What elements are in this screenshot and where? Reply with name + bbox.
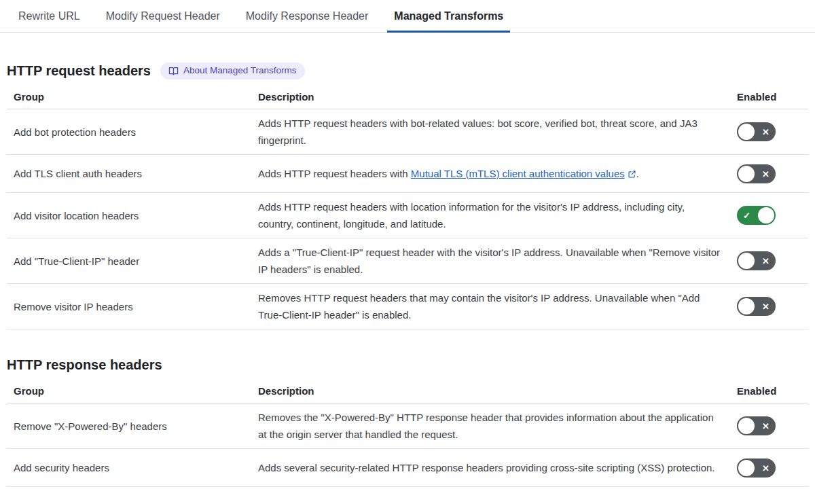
enabled-cell: ✕ — [730, 411, 808, 441]
description-cell: Adds a "True-Client-IP" request header w… — [251, 238, 730, 283]
enabled-toggle[interactable]: ✕ — [737, 458, 776, 478]
description-cell: Removes the "X-Powered-By" HTTP response… — [251, 403, 730, 448]
group-cell: Add "True-Client-IP" header — [7, 247, 251, 275]
cross-icon: ✕ — [762, 257, 769, 266]
enabled-cell: ✓ — [730, 200, 808, 230]
enabled-toggle[interactable]: ✕ — [737, 251, 776, 270]
enabled-toggle[interactable]: ✕ — [737, 164, 776, 183]
cross-icon: ✕ — [762, 169, 769, 178]
badge-label: About Managed Transforms — [183, 66, 297, 75]
response-headers-table: Group Description Enabled Remove "X-Powe… — [7, 384, 808, 487]
cross-icon: ✕ — [762, 128, 769, 137]
request-headers-section: HTTP request headers About Managed Trans… — [7, 61, 808, 329]
group-cell: Remove "X-Powered-By" headers — [7, 412, 251, 440]
response-section-header: HTTP response headers — [7, 355, 808, 374]
enabled-cell: ✕ — [730, 117, 808, 147]
group-cell: Add security headers — [7, 454, 251, 482]
enabled-toggle[interactable]: ✕ — [737, 297, 776, 316]
tab-modify-request-header[interactable]: Modify Request Header — [99, 0, 227, 32]
table-row: Add TLS client auth headers Adds HTTP re… — [7, 155, 808, 193]
enabled-toggle[interactable]: ✕ — [737, 416, 776, 435]
table-row: Add "True-Client-IP" header Adds a "True… — [7, 238, 808, 284]
table-row: Add bot protection headers Adds HTTP req… — [7, 109, 808, 155]
book-icon — [168, 66, 179, 76]
response-headers-section: HTTP response headers Group Description … — [7, 355, 808, 487]
description-cell: Removes HTTP request headers that may co… — [251, 284, 730, 329]
request-section-header: HTTP request headers About Managed Trans… — [7, 61, 808, 80]
table-header-row: Group Description Enabled — [7, 90, 808, 109]
enabled-cell: ✕ — [730, 291, 808, 321]
toggle-thumb — [738, 298, 755, 314]
column-header-group: Group — [7, 385, 251, 397]
description-link[interactable]: Mutual TLS (mTLS) client authentication … — [411, 168, 636, 179]
cross-icon: ✕ — [762, 302, 769, 311]
section-title-response: HTTP response headers — [7, 355, 162, 374]
enabled-cell: ✕ — [730, 246, 808, 276]
toggle-thumb — [738, 460, 755, 476]
check-icon: ✓ — [743, 211, 750, 220]
about-managed-transforms-link[interactable]: About Managed Transforms — [160, 62, 305, 79]
table-row: Add visitor location headers Adds HTTP r… — [7, 193, 808, 238]
table-header-row: Group Description Enabled — [7, 384, 808, 403]
column-header-enabled: Enabled — [730, 385, 808, 397]
toggle-thumb — [758, 207, 774, 223]
toggle-thumb — [738, 418, 755, 434]
description-cell: Adds HTTP request headers with location … — [251, 193, 730, 238]
enabled-toggle[interactable]: ✕ — [737, 122, 776, 141]
enabled-toggle[interactable]: ✓ — [737, 206, 776, 225]
external-link-icon — [628, 170, 636, 179]
group-cell: Add TLS client auth headers — [7, 160, 251, 187]
description-cell: Adds several security-related HTTP respo… — [251, 454, 730, 482]
description-cell: Adds HTTP request headers with Mutual TL… — [251, 160, 730, 187]
toggle-thumb — [738, 166, 755, 182]
tab-modify-response-header[interactable]: Modify Response Header — [239, 0, 376, 32]
column-header-enabled: Enabled — [730, 91, 808, 103]
enabled-cell: ✕ — [730, 453, 808, 483]
group-cell: Add visitor location headers — [7, 202, 251, 230]
managed-transforms-page: HTTP request headers About Managed Trans… — [7, 61, 808, 487]
table-row: Remove visitor IP headers Removes HTTP r… — [7, 284, 808, 329]
tab-bar: Rewrite URLModify Request HeaderModify R… — [0, 0, 815, 33]
section-title-request: HTTP request headers — [7, 61, 151, 80]
group-cell: Add bot protection headers — [7, 118, 251, 146]
toggle-thumb — [738, 124, 755, 140]
column-header-group: Group — [7, 91, 251, 103]
tab-rewrite-url[interactable]: Rewrite URL — [12, 0, 87, 32]
group-cell: Remove visitor IP headers — [7, 293, 251, 321]
enabled-cell: ✕ — [730, 159, 808, 189]
table-row: Remove "X-Powered-By" headers Removes th… — [7, 403, 808, 449]
column-header-description: Description — [251, 385, 730, 397]
cross-icon: ✕ — [762, 422, 769, 431]
table-row: Add security headers Adds several securi… — [7, 449, 808, 487]
cross-icon: ✕ — [762, 463, 769, 472]
description-cell: Adds HTTP request headers with bot-relat… — [251, 109, 730, 154]
tab-managed-transforms[interactable]: Managed Transforms — [387, 0, 510, 32]
toggle-thumb — [738, 253, 755, 269]
request-headers-table: Group Description Enabled Add bot protec… — [7, 90, 808, 329]
column-header-description: Description — [251, 91, 730, 103]
